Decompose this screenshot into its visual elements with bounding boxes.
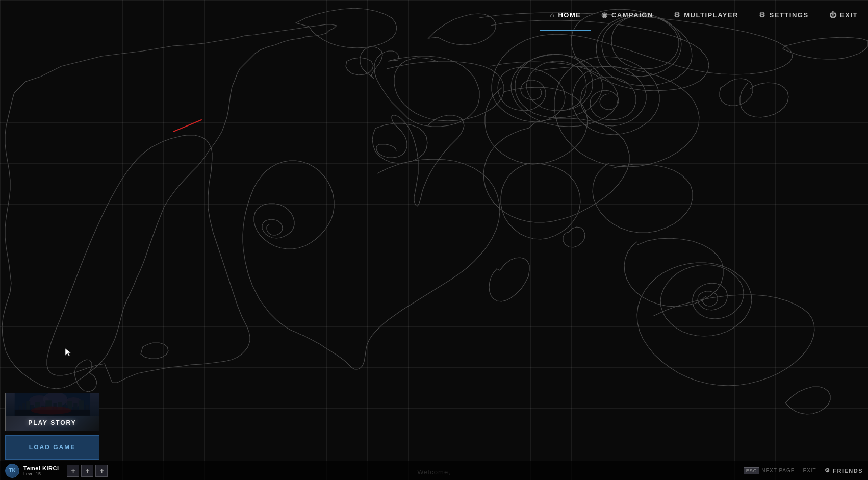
bottom-left-panel: PLAY STORY LOAD GAME [5,393,99,460]
play-story-button[interactable]: PLAY STORY [5,393,99,431]
missile-line [173,120,201,132]
player-initials: TK [9,468,15,473]
load-game-label: LOAD GAME [29,444,75,451]
player-level: Level 15 [23,471,59,476]
esc-key-hint: ESC [744,467,760,474]
svg-point-19 [31,406,72,414]
player-avatar: TK [5,464,19,478]
bottom-right-controls: ESC NEXT PAGE EXIT ⚙ FRIENDS [744,467,863,474]
world-map [0,0,868,480]
player-name: Temel KIRCI [23,465,59,471]
friends-icon: ⚙ [825,467,831,474]
action-btn-3[interactable]: + [95,465,108,477]
next-page-hint: ESC NEXT PAGE [744,467,795,474]
player-info: TK Temel KIRCI Level 15 + + + [5,464,108,478]
load-game-button[interactable]: LOAD GAME [5,435,99,460]
campaign-icon: ◉ [601,11,608,19]
action-buttons: + + + [67,465,108,477]
nav-label-home: HOME [558,11,581,19]
player-name-block: Temel KIRCI Level 15 [23,465,59,476]
next-page-label: NEXT PAGE [761,468,795,473]
nav-item-settings[interactable]: ⚙ SETTINGS [749,0,819,31]
action-btn-1[interactable]: + [67,465,79,477]
nav-label-exit: EXIT [840,11,858,19]
bottom-bar: TK Temel KIRCI Level 15 + + + ESC NEXT P… [0,461,868,480]
nav-item-multiplayer[interactable]: ⚙ MULTIPLAYER [663,0,749,31]
play-story-label: PLAY STORY [6,419,99,426]
friends-label: FRIENDS [833,468,863,474]
play-story-image [6,393,99,416]
action-btn-2[interactable]: + [81,465,93,477]
friends-button[interactable]: ⚙ FRIENDS [825,467,863,474]
nav-label-campaign: CAMPAIGN [611,11,653,19]
nav-item-campaign[interactable]: ◉ CAMPAIGN [591,0,663,31]
home-icon: ⌂ [550,11,555,19]
exit-icon: ⏻ [829,11,837,19]
exit-hint: EXIT [803,468,816,473]
top-navigation: ⌂ HOME ◉ CAMPAIGN ⚙ MULTIPLAYER ⚙ SETTIN… [540,0,869,31]
nav-label-multiplayer: MULTIPLAYER [684,11,738,19]
nav-label-settings: SETTINGS [770,11,809,19]
multiplayer-icon: ⚙ [674,11,681,19]
nav-item-exit[interactable]: ⏻ EXIT [819,0,868,31]
nav-item-home[interactable]: ⌂ HOME [540,0,592,31]
settings-icon: ⚙ [759,11,767,19]
city-silhouette-svg [6,393,99,416]
exit-label: EXIT [803,468,816,473]
